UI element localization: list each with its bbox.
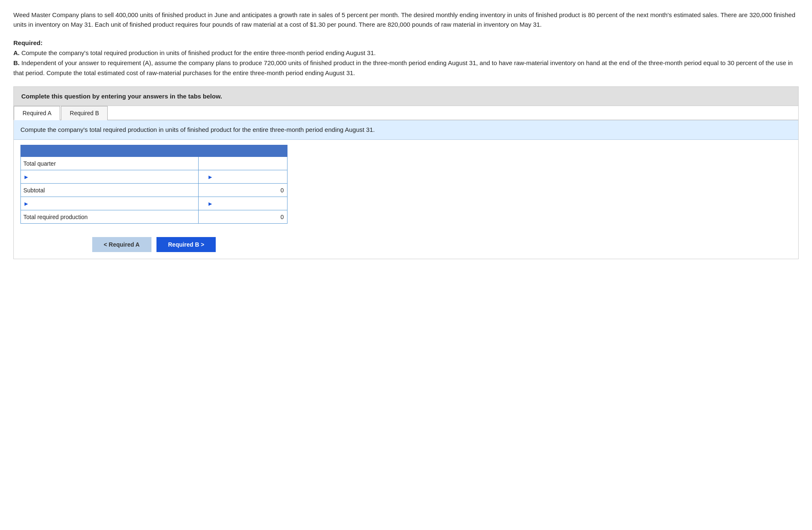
header-value-cell — [199, 145, 287, 157]
part-b-label: B. — [13, 59, 20, 66]
table-row: ► ► — [21, 170, 287, 184]
table-header-row — [21, 145, 287, 157]
required-header: Required: — [13, 39, 43, 46]
row4-value-input[interactable] — [216, 197, 284, 210]
part-a-text: Compute the company's total required pro… — [21, 49, 376, 56]
table-row: Subtotal 0 — [21, 184, 287, 197]
subtotal-value: 0 — [199, 184, 287, 197]
total-quarter-input[interactable] — [199, 157, 284, 170]
total-quarter-value[interactable] — [199, 157, 287, 170]
tab-required-a[interactable]: Required A — [14, 106, 60, 120]
subtotal-label: Subtotal — [21, 184, 199, 197]
total-quarter-label: Total quarter — [21, 157, 199, 170]
table-row: ► ► — [21, 197, 287, 210]
header-label-cell — [21, 145, 199, 157]
row4-value-cell[interactable]: ► — [199, 197, 287, 210]
row2-value-cell[interactable]: ► — [199, 170, 287, 184]
row2-label-cell[interactable]: ► — [21, 170, 199, 184]
next-button[interactable]: Required B > — [156, 237, 216, 252]
tab-required-b[interactable]: Required B — [61, 106, 108, 120]
total-required-value: 0 — [199, 210, 287, 224]
table-row: Total quarter — [21, 157, 287, 170]
tabs-nav: Required A Required B — [14, 106, 798, 120]
total-required-label: Total required production — [21, 210, 199, 224]
row2-value-input[interactable] — [216, 170, 284, 183]
tab-a-description: Compute the company's total required pro… — [14, 120, 798, 140]
prev-button[interactable]: < Required A — [92, 237, 151, 252]
part-a-label: A. — [13, 49, 20, 56]
row4-label-cell[interactable]: ► — [21, 197, 199, 210]
required-section: Required: A. Compute the company's total… — [13, 38, 799, 78]
tabs-container: Required A Required B Compute the compan… — [13, 106, 799, 260]
row2-arrow-icon: ► — [23, 174, 29, 180]
production-table: Total quarter ► ► — [20, 145, 287, 224]
row4-label-input[interactable] — [32, 197, 178, 210]
part-b-text: Independent of your answer to requiremen… — [13, 59, 793, 76]
row2-label-input[interactable] — [32, 170, 178, 183]
row4-value-arrow-icon: ► — [207, 200, 213, 207]
row2-value-arrow-icon: ► — [207, 174, 213, 180]
table-row: Total required production 0 — [21, 210, 287, 224]
row4-arrow-icon: ► — [23, 200, 29, 207]
table-section: Total quarter ► ► — [14, 140, 798, 230]
tab-a-content: Compute the company's total required pro… — [14, 120, 798, 259]
intro-paragraph: Weed Master Company plans to sell 400,00… — [13, 10, 799, 30]
nav-buttons: < Required A Required B > — [20, 230, 287, 259]
complete-box: Complete this question by entering your … — [13, 86, 799, 106]
